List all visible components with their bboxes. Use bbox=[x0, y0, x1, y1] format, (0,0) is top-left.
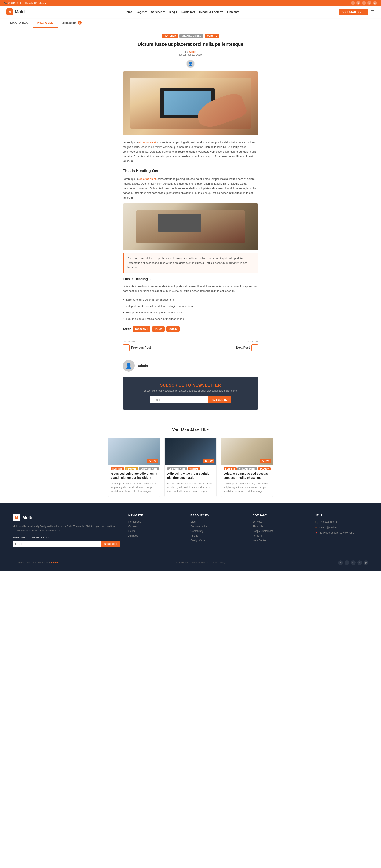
footer-link-about[interactable]: About Us bbox=[252, 525, 306, 528]
body-paragraph-1: Lorem ipsum dolor sit amet, consectetur … bbox=[123, 140, 258, 163]
nav-links: Home Pages ▾ Services ▾ Blog ▾ Portfolio… bbox=[125, 10, 239, 13]
tag-uncategorized[interactable]: UNCATEGORIZED bbox=[179, 34, 203, 38]
next-post-button[interactable]: Next Post → bbox=[236, 344, 258, 351]
footer-logo-text: Molti bbox=[23, 515, 32, 520]
footer-bottom-social: f t in li yt bbox=[338, 560, 368, 565]
footer-link-news[interactable]: News bbox=[129, 530, 182, 532]
related-card-image-1: Dec 22 bbox=[108, 438, 160, 465]
related-card-body-1: Risus sed vulputate odio ut enim blandit… bbox=[108, 472, 160, 497]
linkedin-icon[interactable]: li bbox=[368, 1, 371, 5]
article-content: FEATURED UNCATEGORIZED WEBSITE Dictum fu… bbox=[118, 28, 263, 421]
post-meta: By admin December 22, 2020 bbox=[123, 50, 258, 56]
tag-website[interactable]: WEBSITE bbox=[205, 34, 219, 38]
body-link-1[interactable]: dolor sit amet, bbox=[139, 141, 157, 144]
nav-pages[interactable]: Pages ▾ bbox=[137, 10, 147, 13]
tag-ipsum[interactable]: IPSUM bbox=[152, 327, 165, 332]
prev-arrow-button[interactable]: ← bbox=[123, 344, 130, 351]
list-item: sunt in culpa qui officia deserunt molli… bbox=[123, 316, 258, 322]
body-link-2[interactable]: dolor sit amet, bbox=[139, 177, 157, 181]
footer-help-address: 📍 49 Unige Square D, New York. bbox=[315, 531, 368, 535]
footer-link-design-case[interactable]: Design Case bbox=[190, 539, 244, 542]
email-icon: ✉ bbox=[315, 526, 317, 529]
footer-link-community[interactable]: Community bbox=[190, 530, 244, 532]
footer-instagram-icon[interactable]: in bbox=[351, 560, 356, 565]
back-to-blog-button[interactable]: ← BACK TO BLOG bbox=[6, 19, 33, 27]
nav-services[interactable]: Services ▾ bbox=[151, 10, 165, 13]
newsletter-email-input[interactable] bbox=[150, 396, 208, 403]
footer-facebook-icon[interactable]: f bbox=[338, 560, 343, 565]
privacy-policy-link[interactable]: Privacy Policy bbox=[174, 561, 188, 564]
tag-featured[interactable]: FEATURED bbox=[162, 34, 178, 38]
tag-uncategorized-1[interactable]: UNCATEGORIZED bbox=[139, 467, 159, 470]
terms-link[interactable]: Terms of Service bbox=[191, 561, 208, 564]
footer-link-homepage[interactable]: HomePage bbox=[129, 520, 182, 523]
footer-newsletter-label: SUBSCRIBE TO NEWSLETTER bbox=[13, 536, 120, 539]
footer-help-col: HELP 📞 +48 892 368 75 ✉ contact@molti.co… bbox=[315, 514, 368, 547]
next-arrow-button[interactable]: → bbox=[251, 344, 258, 351]
nav-portfolio[interactable]: Portfolio ▾ bbox=[181, 10, 195, 13]
tag-dolor-sit[interactable]: DOLOR SIT bbox=[133, 327, 150, 332]
get-started-button[interactable]: GET STARTED → bbox=[339, 9, 368, 15]
related-title: You May Also Like bbox=[108, 428, 273, 433]
instagram-icon[interactable]: in bbox=[362, 1, 366, 5]
footer-help-email: ✉ contact@molti.com bbox=[315, 526, 368, 529]
tag-business-3[interactable]: BUSINESS bbox=[223, 467, 237, 470]
list-item: voluptate velit esse cillum dolore eu fu… bbox=[123, 303, 258, 309]
hamburger-menu[interactable]: ☰ bbox=[371, 9, 375, 14]
nav-elements[interactable]: Elements bbox=[227, 10, 239, 13]
footer-link-services[interactable]: Services bbox=[252, 520, 306, 523]
newsletter-subtitle: Subscribe to our Newsletter for Latest U… bbox=[131, 389, 250, 392]
related-card-title-2[interactable]: Adipiscing vitae proin sagittis nisl rho… bbox=[167, 472, 214, 480]
tag-uncategorized-3[interactable]: UNCATEGORIZED bbox=[238, 467, 257, 470]
blockquote: Duis aute irure dolor in reprehenderit i… bbox=[123, 253, 258, 273]
footer-youtube-icon[interactable]: yt bbox=[363, 560, 368, 565]
author-avatar: 👤 bbox=[123, 360, 135, 372]
site-logo[interactable]: M Molti bbox=[6, 8, 25, 15]
tag-website-2[interactable]: WEBSITE bbox=[188, 467, 200, 470]
footer-linkedin-icon[interactable]: li bbox=[357, 560, 362, 565]
related-card-image-2: Dec 22 bbox=[165, 438, 216, 465]
newsletter-form: SUBSCRIBE bbox=[150, 396, 231, 403]
nav-home[interactable]: Home bbox=[125, 10, 132, 13]
post-tags-top: FEATURED UNCATEGORIZED WEBSITE bbox=[123, 34, 258, 38]
twitter-icon[interactable]: t bbox=[356, 1, 360, 5]
newsletter-subscribe-button[interactable]: SUBSCRIBE bbox=[208, 396, 231, 403]
footer-link-pricing[interactable]: Pricing bbox=[190, 534, 244, 537]
footer-company-col: COMPANY Services About Us Happy Customer… bbox=[252, 514, 306, 547]
footer-link-blog[interactable]: Blog bbox=[190, 520, 244, 523]
related-card-body-2: Adipiscing vitae proin sagittis nisl rho… bbox=[165, 472, 216, 497]
tag-featured-1[interactable]: FEATURED bbox=[125, 467, 138, 470]
discussion-tab[interactable]: Discussion 0 bbox=[58, 18, 86, 28]
footer-email-input[interactable] bbox=[13, 541, 101, 547]
nav-header-footer[interactable]: Header & Footer ▾ bbox=[199, 10, 223, 13]
footer-description: Molti is a Professionally Designed Multi… bbox=[13, 524, 120, 533]
author-link[interactable]: admin bbox=[188, 50, 196, 53]
footer-twitter-icon[interactable]: t bbox=[345, 560, 349, 565]
nav-blog[interactable]: Blog ▾ bbox=[169, 10, 177, 13]
tag-startup-3[interactable]: STARTUP bbox=[258, 467, 271, 470]
prev-post-button[interactable]: ← Previous Post bbox=[123, 344, 151, 351]
footer-link-careers[interactable]: Careers bbox=[129, 525, 182, 528]
footer-link-happy-customers[interactable]: Happy Customers bbox=[252, 530, 306, 532]
related-card-title-1[interactable]: Risus sed vulputate odio ut enim blandit… bbox=[111, 472, 158, 480]
tag-business-1[interactable]: BUSINESS bbox=[111, 467, 124, 470]
footer-link-documentation[interactable]: Documentation bbox=[190, 525, 244, 528]
footer-company-links: Services About Us Happy Customers Portfo… bbox=[252, 520, 306, 542]
tag-lorem[interactable]: LOREM bbox=[166, 327, 180, 332]
cookie-policy-link[interactable]: Cookie Policy bbox=[211, 561, 225, 564]
tag-uncategorized-2[interactable]: UNCATEGORIZED bbox=[167, 467, 187, 470]
footer-link-affiliates[interactable]: Affiliates bbox=[129, 534, 182, 537]
heading-3: This is Heading 3 bbox=[123, 276, 258, 282]
footer-newsletter-form: SUBSCRIBE bbox=[13, 541, 120, 547]
related-card-image-3: Dec 22 bbox=[221, 438, 273, 465]
footer-help-phone: 📞 +48 892 368 75 bbox=[315, 520, 368, 524]
footer-link-help-center[interactable]: Help Center bbox=[252, 539, 306, 542]
footer-link-portfolio[interactable]: Portfolio bbox=[252, 534, 306, 537]
hero-image bbox=[123, 71, 258, 135]
read-article-tab[interactable]: Read Article bbox=[33, 18, 58, 28]
youtube-icon[interactable]: yt bbox=[373, 1, 377, 5]
related-card-text-2: Lorem ipsum dolor sit amet, consectetur … bbox=[167, 482, 214, 493]
facebook-icon[interactable]: f bbox=[351, 1, 355, 5]
footer-subscribe-button[interactable]: SUBSCRIBE bbox=[101, 541, 120, 547]
related-card-title-3[interactable]: volutpat commodo sed egestas egestas fri… bbox=[223, 472, 270, 480]
